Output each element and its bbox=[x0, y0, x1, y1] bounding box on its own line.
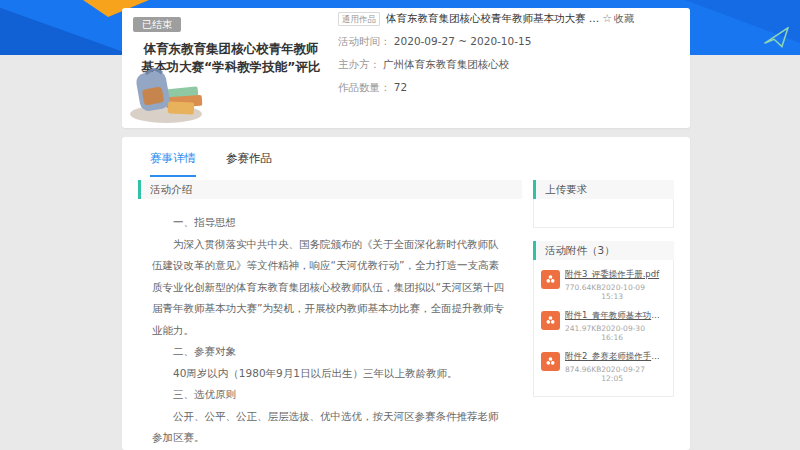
attachments-box: 活动附件（3） 附件3_评委操作手册.pdf 770.64KB 2020-10-… bbox=[533, 241, 674, 397]
attachment-size: 241.97KB bbox=[565, 324, 601, 342]
pdf-icon bbox=[541, 311, 560, 330]
attachment-size: 770.64KB bbox=[565, 283, 601, 301]
info-row-time: 活动时间： 2020-09-27 ~ 2020-10-15 bbox=[338, 35, 680, 49]
upload-requirements-body bbox=[533, 199, 674, 228]
favorite-button[interactable]: ☆收藏 bbox=[602, 12, 634, 26]
intro-paragraph: 二、参赛对象 bbox=[152, 341, 508, 363]
tab-event-details[interactable]: 赛事详情 bbox=[150, 151, 196, 177]
attachment-link[interactable]: 附件2_参赛老师操作手册.pdf bbox=[565, 351, 668, 363]
attachments-list: 附件3_评委操作手册.pdf 770.64KB 2020-10-09 15:13 bbox=[533, 260, 674, 397]
paper-plane-icon bbox=[762, 27, 792, 49]
info-label: 作品数量： bbox=[338, 81, 391, 93]
intro-paragraph: 一、指导思想 bbox=[152, 212, 508, 234]
info-value: 广州体育东教育集团核心校 bbox=[383, 58, 509, 70]
activity-bar-title: 体育东教育集团核心校青年教师基本功大赛 “学科教学技能” 评比 bbox=[386, 12, 602, 26]
pdf-icon bbox=[541, 352, 560, 371]
attachment-size: 874.96KB bbox=[565, 365, 601, 383]
favorite-label: 收藏 bbox=[614, 13, 634, 24]
info-value: 2020-09-27 ~ 2020-10-15 bbox=[394, 35, 532, 47]
intro-paragraph: 为深入贯彻落实中共中央、国务院颁布的《关于全面深化新时代教师队伍建设改革的意见》… bbox=[152, 234, 508, 342]
info-row-organizer: 主办方： 广州体育东教育集团核心校 bbox=[338, 58, 680, 72]
info-row-works-count: 作品数量： 72 bbox=[338, 81, 680, 95]
attachment-link[interactable]: 附件3_评委操作手册.pdf bbox=[565, 269, 666, 281]
attachments-title: 活动附件（3） bbox=[533, 241, 674, 260]
attachment-row[interactable]: 附件1_青年教师基本功大赛“学科... 241.97KB 2020-09-30 … bbox=[541, 310, 666, 342]
intro-panel: 活动介绍 一、指导思想 为深入贯彻落实中共中央、国务院颁布的《关于全面深化新时代… bbox=[138, 180, 522, 450]
info-label: 主办方： bbox=[338, 58, 380, 70]
attachment-date: 2020-09-30 16:16 bbox=[601, 324, 668, 342]
upload-requirements-box: 上传要求 bbox=[533, 180, 674, 228]
info-value: 72 bbox=[394, 81, 407, 93]
intro-panel-title: 活动介绍 bbox=[138, 180, 522, 199]
tab-entries[interactable]: 参赛作品 bbox=[226, 151, 272, 177]
detail-content: 活动介绍 一、指导思想 为深入贯彻落实中共中央、国务院颁布的《关于全面深化新时代… bbox=[122, 177, 690, 450]
poster-title-line1: 体育东教育集团核心校青年教师 bbox=[122, 40, 340, 58]
right-sidebar: 上传要求 活动附件（3） 附件3_评委操作手册.pdf 770.64KB bbox=[533, 180, 674, 450]
intro-paragraph: 40周岁以内（1980年9月1日以后出生）三年以上教龄教师。 bbox=[152, 363, 508, 385]
pdf-icon bbox=[541, 270, 560, 289]
activity-detail-card: 赛事详情 参赛作品 活动介绍 一、指导思想 为深入贯彻落实中共中央、国务院颁布的… bbox=[122, 137, 690, 450]
star-icon: ☆ bbox=[602, 12, 612, 25]
activity-header-card: 已结束 体育东教育集团核心校青年教师 基本功大赛“学科教学技能”评比 通用作品 … bbox=[122, 8, 690, 128]
activity-poster-illustration bbox=[124, 62, 216, 124]
intro-body: 一、指导思想 为深入贯彻落实中共中央、国务院颁布的《关于全面深化新时代教师队伍建… bbox=[138, 199, 522, 450]
attachment-row[interactable]: 附件3_评委操作手册.pdf 770.64KB 2020-10-09 15:13 bbox=[541, 269, 666, 301]
upload-requirements-title: 上传要求 bbox=[533, 180, 674, 199]
activity-meta-head: 通用作品 体育东教育集团核心校青年教师基本功大赛 “学科教学技能” 评比 ☆收藏 bbox=[338, 12, 680, 26]
info-label: 活动时间： bbox=[338, 35, 391, 47]
intro-paragraph: 三、选优原则 bbox=[152, 384, 508, 406]
tab-bar: 赛事详情 参赛作品 bbox=[122, 137, 690, 177]
attachment-link[interactable]: 附件1_青年教师基本功大赛“学科... bbox=[565, 310, 668, 322]
attachment-date: 2020-09-27 12:05 bbox=[601, 365, 668, 383]
type-badge: 通用作品 bbox=[338, 12, 380, 26]
attachment-row[interactable]: 附件2_参赛老师操作手册.pdf 874.96KB 2020-09-27 12:… bbox=[541, 351, 666, 383]
attachment-date: 2020-10-09 15:13 bbox=[601, 283, 666, 301]
intro-paragraph: 公开、公平、公正、层层选拔、优中选优，按天河区参赛条件推荐老师参加区赛。 bbox=[152, 406, 508, 449]
status-badge: 已结束 bbox=[133, 17, 181, 32]
activity-meta: 通用作品 体育东教育集团核心校青年教师基本功大赛 “学科教学技能” 评比 ☆收藏… bbox=[338, 12, 680, 95]
